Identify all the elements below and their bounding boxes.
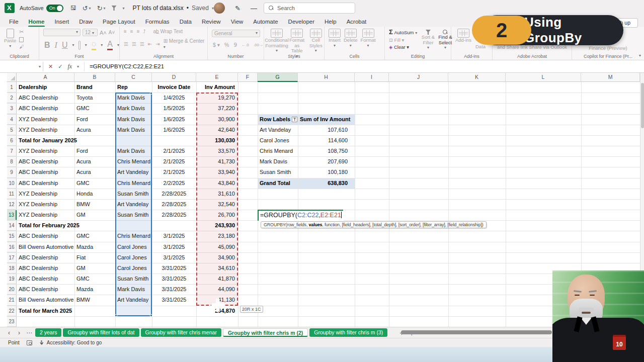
cell-A5[interactable]: XYZ Dealership: [17, 125, 74, 135]
row-header-18[interactable]: 18: [7, 263, 17, 274]
column-header-J[interactable]: J: [389, 73, 448, 82]
cell-A9[interactable]: ABC Dealership: [17, 167, 74, 177]
cell-E11[interactable]: 31,610: [196, 189, 238, 199]
sheet-nav-more-icon[interactable]: ⋯: [25, 329, 33, 336]
font-size-combo[interactable]: 12 ▾: [83, 29, 98, 36]
cell-B12[interactable]: BMW: [74, 199, 115, 210]
column-header-I[interactable]: I: [355, 73, 389, 82]
cell-E7[interactable]: 33,570: [196, 146, 238, 156]
cell-A19[interactable]: ABC Dealership: [17, 274, 74, 284]
cell-D20[interactable]: 3/31/2025: [152, 284, 196, 295]
cell-A12[interactable]: XYZ Dealership: [17, 199, 74, 210]
cell-C18[interactable]: Carol Jones: [115, 263, 152, 274]
cell-E16[interactable]: 45,090: [196, 242, 238, 252]
cell-D19[interactable]: 3/31/2025: [152, 274, 196, 284]
excel-app-icon[interactable]: [5, 3, 15, 13]
cell-C10[interactable]: Chris Menard: [115, 178, 152, 189]
collapse-ribbon-icon[interactable]: ▾: [639, 53, 641, 58]
underline-button[interactable]: U: [62, 41, 68, 50]
cell-A18[interactable]: ABC Dealership: [17, 263, 74, 274]
row-header-19[interactable]: 19: [7, 274, 17, 284]
cell-D13[interactable]: 2/28/2025: [152, 210, 196, 220]
cell-E10[interactable]: 43,840: [196, 178, 238, 189]
selection-handle[interactable]: [150, 314, 152, 317]
cell-D4[interactable]: 1/6/2025: [152, 114, 196, 125]
row-header-4[interactable]: 4: [7, 114, 17, 125]
cell-E15[interactable]: 23,180: [196, 231, 238, 241]
cell-A2[interactable]: ABC Dealership: [17, 93, 74, 103]
pen-icon[interactable]: ✎: [235, 5, 240, 12]
titlebar-search-box[interactable]: Search: [264, 3, 355, 14]
customize-qat-icon[interactable]: ▾: [123, 6, 125, 11]
cell-C2[interactable]: Mark Davis: [115, 93, 152, 103]
enter-icon[interactable]: ✓: [58, 63, 62, 70]
percent-style-icon[interactable]: %: [224, 42, 229, 48]
column-header-B[interactable]: B: [74, 73, 115, 82]
cell-G10[interactable]: Grand Total: [258, 178, 298, 189]
column-header-K[interactable]: K: [448, 73, 506, 82]
cell-A13[interactable]: XYZ Dealership: [17, 210, 74, 220]
horizontal-scrollbar[interactable]: [401, 330, 552, 334]
row-header-14[interactable]: 14: [7, 220, 17, 231]
sort-filter-button[interactable]: Sort & Filter▾: [421, 30, 435, 51]
cell-B18[interactable]: GM: [74, 263, 115, 274]
cell-E5[interactable]: 42,640: [196, 125, 238, 135]
cell-D10[interactable]: 2/2/2025: [152, 178, 196, 189]
decrease-decimal-icon[interactable]: .00→: [254, 43, 263, 47]
merge-center-button[interactable]: ⊞ Merge & Center ▾: [164, 38, 207, 49]
column-header-C[interactable]: C: [115, 73, 152, 82]
column-header-E[interactable]: E: [196, 73, 238, 82]
row-header-8[interactable]: 8: [7, 156, 17, 167]
accounting-format-icon[interactable]: $ ▾: [213, 42, 220, 48]
grow-font-icon[interactable]: A˄: [100, 30, 107, 36]
cell-G8[interactable]: Mark Davis: [258, 156, 298, 167]
menu-tab-view[interactable]: View: [226, 18, 249, 26]
row-header-17[interactable]: 17: [7, 252, 17, 263]
formula-bar-input[interactable]: =GROUPBY(C2:C22,E2:E21: [90, 63, 164, 69]
sheet-nav-right-icon[interactable]: ›: [15, 329, 23, 336]
cell-C17[interactable]: Carol Jones: [115, 252, 152, 263]
cell-C7[interactable]: Mark Davis: [115, 146, 152, 156]
column-header-L[interactable]: L: [506, 73, 581, 82]
row-header-21[interactable]: 21: [7, 295, 17, 305]
cell-H8[interactable]: 207,690: [298, 156, 348, 167]
row-header-22[interactable]: 22: [7, 306, 17, 316]
cell-A3[interactable]: ABC Dealership: [17, 103, 74, 114]
cell-E19[interactable]: 41,870: [196, 274, 238, 284]
sheet-tab-groupby-with-filter-lots-of-dat[interactable]: Groupby with filter lots of dat: [63, 328, 139, 337]
cell-G6[interactable]: Carol Jones: [258, 135, 298, 146]
column-header-G[interactable]: G: [258, 73, 298, 82]
font-color-icon[interactable]: A: [107, 40, 113, 50]
row-header-5[interactable]: 5: [7, 125, 17, 135]
cell-B16[interactable]: Mazda: [74, 242, 115, 252]
comma-style-icon[interactable]: 𝟫: [233, 42, 237, 48]
cell-E1[interactable]: Inv Amount: [196, 82, 238, 93]
borders-icon[interactable]: [78, 41, 80, 50]
cell-D21[interactable]: 3/31/2025: [152, 295, 196, 305]
cell-E17[interactable]: 34,900: [196, 252, 238, 263]
cell-B4[interactable]: Ford: [74, 114, 115, 125]
cell-H6[interactable]: 114,600: [298, 135, 348, 146]
cell-B19[interactable]: GMC: [74, 274, 115, 284]
cell-D12[interactable]: 2/28/2025: [152, 199, 196, 210]
row-header-11[interactable]: 11: [7, 189, 17, 199]
selection-handle[interactable]: [115, 314, 117, 317]
menu-tab-review[interactable]: Review: [197, 18, 226, 26]
menu-tab-page-layout[interactable]: Page Layout: [98, 18, 140, 26]
row-header-13[interactable]: 13: [7, 210, 17, 220]
cell-B10[interactable]: GMC: [74, 178, 115, 189]
cell-E3[interactable]: 37,220: [196, 103, 238, 114]
cell-C11[interactable]: Susan Smith: [115, 189, 152, 199]
cell-E8[interactable]: 41,730: [196, 156, 238, 167]
cell-D2[interactable]: 1/4/2025: [152, 93, 196, 103]
cancel-icon[interactable]: ✕: [48, 63, 53, 70]
cell-C5[interactable]: Mark Davis: [115, 125, 152, 135]
menu-tab-help[interactable]: Help: [319, 18, 342, 26]
fill-color-icon[interactable]: ◌: [92, 40, 97, 50]
cell-C3[interactable]: Mark Davis: [115, 103, 152, 114]
menu-tab-developer[interactable]: Developer: [283, 18, 319, 26]
cell-D11[interactable]: 2/28/2025: [152, 189, 196, 199]
cell-E2[interactable]: 19,270: [196, 93, 238, 103]
cell-A6[interactable]: Total for January 2025: [17, 135, 74, 146]
menu-tab-data[interactable]: Data: [175, 18, 197, 26]
